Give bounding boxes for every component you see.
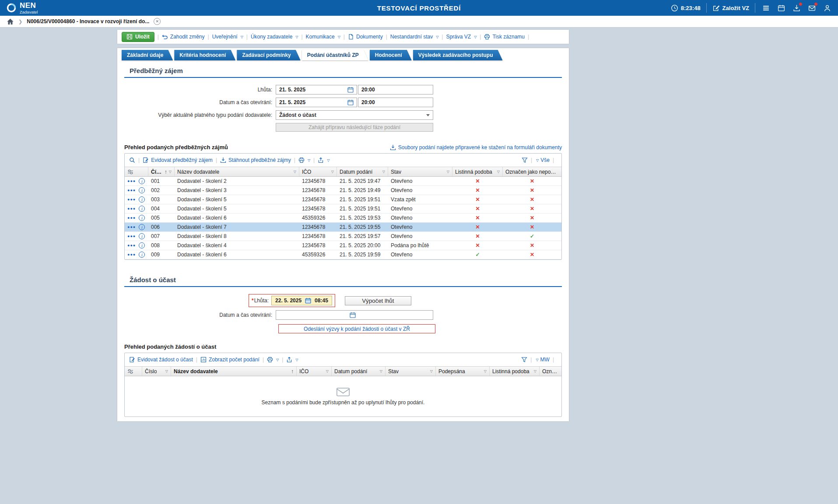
register-prelim-interest-link[interactable]: Evidovat předběžný zájem — [143, 157, 213, 163]
table-row[interactable]: ●●● i 007 Dodavatel - školení 8 12345678… — [125, 232, 561, 241]
info-icon[interactable]: i — [139, 252, 145, 258]
prelim-opening-date-input[interactable] — [279, 99, 345, 105]
column-header-podepsana[interactable]: Podepsána ▽ — [436, 367, 490, 376]
tab-zadavaci-podminky[interactable]: Zadávací podmínky — [237, 50, 300, 60]
create-vz-button[interactable]: Založit VZ — [712, 4, 749, 12]
filter-caret-icon[interactable]: ▽ — [165, 369, 168, 373]
request-deadline-field[interactable]: 22. 5. 2025 08:45 — [271, 296, 332, 305]
downloads-button[interactable] — [792, 3, 801, 13]
column-header-stav[interactable]: Stav ▽ — [388, 167, 452, 176]
filter-caret-icon[interactable]: ▽ — [447, 170, 449, 174]
table-row[interactable]: ●●● i 009 Dodavatel - školení 6 45359326… — [125, 250, 561, 259]
prelim-deadline-time-input[interactable] — [361, 87, 430, 93]
print-menu[interactable]: ▽ — [298, 157, 310, 163]
table-row[interactable]: ●●● i 004 Dodavatel - školení 5 12345678… — [125, 204, 561, 214]
save-button[interactable]: Uložit — [122, 32, 154, 42]
prelim-deadline-date-input[interactable] — [279, 87, 345, 93]
info-icon[interactable]: i — [139, 215, 145, 221]
column-header-stav[interactable]: Stav ▽ — [386, 367, 436, 376]
prelim-opening-time-field[interactable] — [358, 98, 433, 107]
table-row[interactable]: ●●● i 003 Dodavatel - školení 5 12345678… — [125, 195, 561, 204]
table-row[interactable]: ●●● i 008 Dodavatel - školení 4 12345678… — [125, 241, 561, 250]
submission-type-select[interactable]: Žádost o účast — [276, 110, 433, 120]
column-header-nazev[interactable]: Název dodavatele ↑ — [171, 367, 297, 376]
filter-caret-icon[interactable]: ▽ — [169, 170, 172, 174]
calendar-icon[interactable] — [347, 87, 354, 93]
column-header-nazev[interactable]: Název dodavatele ▽ — [175, 167, 299, 176]
info-icon[interactable]: i — [139, 224, 145, 230]
filter-caret-icon[interactable]: ▽ — [294, 170, 296, 174]
communication-menu[interactable]: Komunikace▽ — [306, 34, 340, 40]
column-header-cislo[interactable]: Číslo ▽ — [142, 367, 171, 376]
submission-files-link[interactable]: Soubory podání najdete připravené ke sta… — [390, 144, 562, 150]
start-next-phase-button[interactable]: Zahájit přípravu následující fáze podání — [276, 123, 433, 132]
info-icon[interactable]: i — [139, 196, 145, 203]
column-header-ico[interactable]: IČO ▽ — [297, 367, 332, 376]
view-selector[interactable]: Vše — [540, 157, 550, 163]
info-icon[interactable]: i — [139, 233, 145, 239]
tab-hodnoceni[interactable]: Hodnocení — [370, 50, 412, 60]
export-menu[interactable]: ▽ — [286, 357, 298, 363]
breadcrumb-item[interactable]: N006/25/V00004860 - Inovace v rozvoji ří… — [27, 18, 149, 24]
row-actions-icon[interactable]: ●●● — [127, 252, 136, 257]
column-header-ico[interactable]: IČO ▽ — [299, 167, 337, 176]
register-request-link[interactable]: Evidovat žádost o účast — [129, 357, 193, 363]
info-icon[interactable]: i — [139, 206, 145, 212]
column-settings[interactable] — [125, 167, 148, 176]
info-icon[interactable]: i — [139, 178, 145, 184]
search-button[interactable] — [129, 157, 135, 163]
request-deadline-time[interactable]: 08:45 — [315, 298, 328, 304]
prelim-deadline-date-field[interactable] — [276, 85, 357, 94]
filter-caret-icon[interactable]: ▽ — [326, 369, 329, 373]
documents-link[interactable]: Dokumenty — [348, 34, 383, 40]
filter-button[interactable] — [521, 357, 527, 363]
table-row[interactable]: ●●● i 006 Dodavatel - školení 7 12345678… — [125, 223, 561, 232]
filter-caret-icon[interactable]: ▽ — [430, 369, 433, 373]
info-icon[interactable]: i — [139, 242, 145, 248]
column-header-oznacena[interactable]: Označena — [540, 367, 561, 376]
request-deadline-date[interactable]: 22. 5. 2025 — [275, 298, 302, 304]
filter-caret-icon[interactable]: ▽ — [331, 170, 334, 174]
filter-caret-icon[interactable]: ▽ — [484, 369, 487, 373]
close-icon[interactable]: ✕ — [154, 18, 161, 25]
prelim-opening-time-input[interactable] — [361, 99, 430, 105]
calendar-button[interactable] — [776, 3, 786, 13]
contracting-actions-menu[interactable]: Úkony zadavatele▽ — [251, 34, 298, 40]
column-header-listinna[interactable]: Listinná podoba ▽ — [490, 367, 540, 376]
vz-administration-menu[interactable]: Správa VZ▽ — [446, 34, 477, 40]
publishing-menu[interactable]: Uveřejnění▽ — [212, 34, 243, 40]
menu-button[interactable] — [761, 3, 771, 13]
column-header-cislo[interactable]: Číslo ↑ ▽ — [148, 167, 175, 176]
column-header-listinna[interactable]: Listinná podoba ▽ — [452, 167, 503, 176]
row-actions-icon[interactable]: ●●● — [127, 234, 136, 238]
filter-caret-icon[interactable]: ▽ — [497, 170, 500, 174]
show-submission-count-link[interactable]: Zobrazit počet podání — [200, 357, 259, 363]
table-row[interactable]: ●●● i 001 Dodavatel - školení 2 12345678… — [125, 177, 561, 186]
calendar-icon[interactable] — [347, 99, 354, 105]
tab-zakladni-udaje[interactable]: Základní údaje — [122, 50, 173, 60]
filter-button[interactable] — [522, 157, 528, 163]
row-actions-icon[interactable]: ●●● — [127, 216, 136, 220]
nonstandard-state-menu[interactable]: Nestandardní stav▽ — [390, 34, 439, 40]
filter-caret-icon[interactable]: ▽ — [380, 369, 382, 373]
prelim-opening-date-field[interactable] — [276, 98, 357, 107]
table-row[interactable]: ●●● i 005 Dodavatel - školení 6 45359326… — [125, 214, 561, 223]
row-actions-icon[interactable]: ●●● — [127, 179, 136, 183]
tab-podani-ucastniku-zp[interactable]: Podání účastníků ZP — [302, 50, 368, 60]
send-invitation-button[interactable]: Odeslání výzvy k podání žádosti o účast … — [278, 324, 435, 333]
row-actions-icon[interactable]: ●●● — [127, 197, 136, 202]
user-button[interactable] — [822, 3, 832, 13]
print-record-link[interactable]: Tisk záznamu — [484, 34, 525, 40]
column-header-datum[interactable]: Datum podání ▽ — [332, 367, 386, 376]
column-header-datum[interactable]: Datum podání ▽ — [337, 167, 388, 176]
messages-button[interactable] — [807, 3, 817, 13]
row-actions-icon[interactable]: ●●● — [127, 225, 136, 229]
home-icon[interactable] — [7, 18, 14, 25]
tab-kriteria-hodnoceni[interactable]: Kritéria hodnocení — [174, 50, 235, 60]
nen-logo[interactable]: NEN Zadavatel — [6, 2, 38, 14]
tab-vysledek[interactable]: Výsledek zadávacího postupu — [413, 50, 503, 60]
print-menu[interactable]: ▽ — [267, 357, 279, 363]
info-icon[interactable]: i — [139, 187, 145, 193]
column-header-nepodany[interactable]: Označen jako nepodaný — [503, 167, 561, 176]
filter-caret-icon[interactable]: ▽ — [534, 369, 536, 373]
